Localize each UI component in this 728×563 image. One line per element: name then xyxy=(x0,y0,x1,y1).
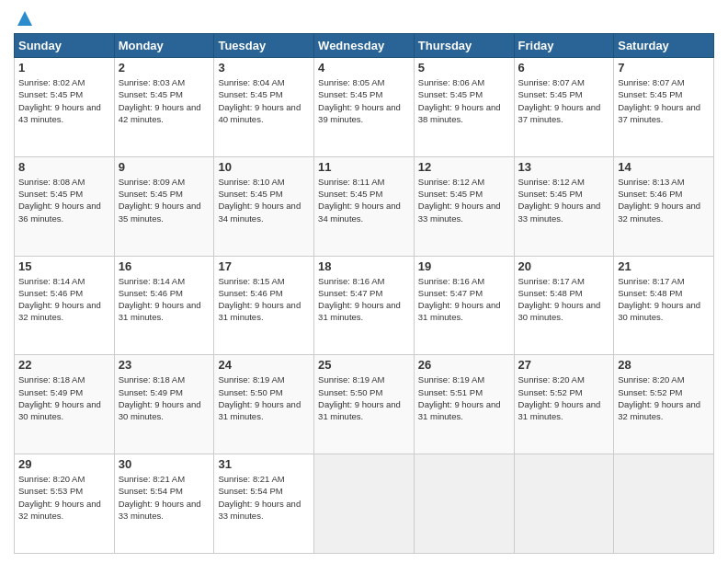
day-number: 29 xyxy=(18,457,110,471)
sunrise-label: Sunrise: 8:18 AM xyxy=(18,374,85,385)
daylight-label: Daylight: 9 hours and 30 minutes. xyxy=(618,300,700,322)
page: SundayMondayTuesdayWednesdayThursdayFrid… xyxy=(0,0,728,563)
sunrise-label: Sunrise: 8:07 AM xyxy=(618,77,684,87)
calendar-cell: 13Sunrise: 8:12 AMSunset: 5:45 PMDayligh… xyxy=(514,156,614,256)
calendar-cell: 31Sunrise: 8:21 AMSunset: 5:54 PMDayligh… xyxy=(214,454,314,554)
day-content: Sunrise: 8:07 AMSunset: 5:45 PMDaylight:… xyxy=(618,76,710,125)
calendar-cell: 15Sunrise: 8:14 AMSunset: 5:46 PMDayligh… xyxy=(15,256,115,355)
sunrise-label: Sunrise: 8:14 AM xyxy=(119,276,185,286)
day-content: Sunrise: 8:05 AMSunset: 5:45 PMDaylight:… xyxy=(318,76,410,125)
calendar-cell: 6Sunrise: 8:07 AMSunset: 5:45 PMDaylight… xyxy=(514,58,614,157)
sunset-label: Sunset: 5:46 PM xyxy=(218,288,282,298)
logo xyxy=(14,9,34,28)
calendar-cell: 14Sunrise: 8:13 AMSunset: 5:46 PMDayligh… xyxy=(614,156,714,256)
day-number: 27 xyxy=(518,358,610,372)
calendar-cell: 17Sunrise: 8:15 AMSunset: 5:46 PMDayligh… xyxy=(214,256,314,355)
sunset-label: Sunset: 5:45 PM xyxy=(119,189,183,199)
sunrise-label: Sunrise: 8:18 AM xyxy=(119,374,185,385)
day-content: Sunrise: 8:12 AMSunset: 5:45 PMDaylight:… xyxy=(418,176,510,224)
calendar-cell xyxy=(314,454,415,554)
sunrise-label: Sunrise: 8:03 AM xyxy=(119,77,185,87)
calendar-cell xyxy=(614,454,714,554)
day-content: Sunrise: 8:09 AMSunset: 5:45 PMDaylight:… xyxy=(119,176,210,224)
day-number: 30 xyxy=(119,457,210,471)
sunset-label: Sunset: 5:45 PM xyxy=(218,89,282,99)
day-number: 25 xyxy=(318,358,410,372)
daylight-label: Daylight: 9 hours and 37 minutes. xyxy=(518,102,601,124)
daylight-label: Daylight: 9 hours and 33 minutes. xyxy=(518,201,601,223)
calendar-cell: 1Sunrise: 8:02 AMSunset: 5:45 PMDaylight… xyxy=(15,58,115,157)
sunset-label: Sunset: 5:48 PM xyxy=(618,288,682,298)
daylight-label: Daylight: 9 hours and 30 minutes. xyxy=(518,300,601,322)
calendar-cell: 12Sunrise: 8:12 AMSunset: 5:45 PMDayligh… xyxy=(414,156,514,256)
calendar-week-4: 22Sunrise: 8:18 AMSunset: 5:49 PMDayligh… xyxy=(15,355,714,454)
daylight-label: Daylight: 9 hours and 37 minutes. xyxy=(618,102,700,124)
sunrise-label: Sunrise: 8:17 AM xyxy=(618,276,684,286)
day-content: Sunrise: 8:20 AMSunset: 5:52 PMDaylight:… xyxy=(518,373,610,422)
sunset-label: Sunset: 5:45 PM xyxy=(418,189,483,199)
day-content: Sunrise: 8:07 AMSunset: 5:45 PMDaylight:… xyxy=(518,76,610,125)
day-content: Sunrise: 8:20 AMSunset: 5:53 PMDaylight:… xyxy=(18,473,110,522)
sunset-label: Sunset: 5:45 PM xyxy=(18,189,83,199)
sunset-label: Sunset: 5:45 PM xyxy=(418,89,483,99)
daylight-label: Daylight: 9 hours and 31 minutes. xyxy=(418,399,501,421)
sunset-label: Sunset: 5:50 PM xyxy=(318,387,382,397)
day-header-wednesday: Wednesday xyxy=(314,34,415,58)
calendar-cell: 20Sunrise: 8:17 AMSunset: 5:48 PMDayligh… xyxy=(514,256,614,355)
sunset-label: Sunset: 5:46 PM xyxy=(618,189,682,199)
daylight-label: Daylight: 9 hours and 31 minutes. xyxy=(518,399,601,421)
calendar-header-row: SundayMondayTuesdayWednesdayThursdayFrid… xyxy=(15,34,714,58)
day-number: 1 xyxy=(18,61,110,75)
calendar-cell: 10Sunrise: 8:10 AMSunset: 5:45 PMDayligh… xyxy=(214,156,314,256)
sunset-label: Sunset: 5:45 PM xyxy=(18,89,83,99)
sunset-label: Sunset: 5:45 PM xyxy=(518,189,583,199)
day-content: Sunrise: 8:13 AMSunset: 5:46 PMDaylight:… xyxy=(618,176,710,224)
day-content: Sunrise: 8:02 AMSunset: 5:45 PMDaylight:… xyxy=(18,76,110,125)
sunset-label: Sunset: 5:46 PM xyxy=(119,288,183,298)
day-header-tuesday: Tuesday xyxy=(214,34,314,58)
calendar-cell: 2Sunrise: 8:03 AMSunset: 5:45 PMDaylight… xyxy=(114,58,214,157)
sunset-label: Sunset: 5:45 PM xyxy=(318,89,382,99)
day-content: Sunrise: 8:19 AMSunset: 5:51 PMDaylight:… xyxy=(418,373,510,422)
calendar-week-3: 15Sunrise: 8:14 AMSunset: 5:46 PMDayligh… xyxy=(15,256,714,355)
day-content: Sunrise: 8:21 AMSunset: 5:54 PMDaylight:… xyxy=(218,473,310,522)
sunrise-label: Sunrise: 8:20 AM xyxy=(518,374,585,385)
daylight-label: Daylight: 9 hours and 38 minutes. xyxy=(418,102,501,124)
day-header-friday: Friday xyxy=(514,34,614,58)
sunrise-label: Sunrise: 8:19 AM xyxy=(418,374,484,385)
daylight-label: Daylight: 9 hours and 39 minutes. xyxy=(318,102,401,124)
day-number: 3 xyxy=(218,61,310,75)
sunrise-label: Sunrise: 8:20 AM xyxy=(18,474,85,484)
sunrise-label: Sunrise: 8:19 AM xyxy=(218,374,284,385)
daylight-label: Daylight: 9 hours and 32 minutes. xyxy=(18,300,101,322)
sunset-label: Sunset: 5:52 PM xyxy=(518,387,583,397)
day-content: Sunrise: 8:11 AMSunset: 5:45 PMDaylight:… xyxy=(318,176,410,224)
calendar-cell: 8Sunrise: 8:08 AMSunset: 5:45 PMDaylight… xyxy=(15,156,115,256)
day-number: 19 xyxy=(418,259,510,273)
sunset-label: Sunset: 5:48 PM xyxy=(518,288,583,298)
calendar-cell: 3Sunrise: 8:04 AMSunset: 5:45 PMDaylight… xyxy=(214,58,314,157)
sunset-label: Sunset: 5:46 PM xyxy=(18,288,83,298)
daylight-label: Daylight: 9 hours and 31 minutes. xyxy=(218,300,301,322)
calendar-cell: 27Sunrise: 8:20 AMSunset: 5:52 PMDayligh… xyxy=(514,355,614,454)
day-number: 18 xyxy=(318,259,410,273)
day-number: 16 xyxy=(119,259,210,273)
calendar-cell: 21Sunrise: 8:17 AMSunset: 5:48 PMDayligh… xyxy=(614,256,714,355)
calendar: SundayMondayTuesdayWednesdayThursdayFrid… xyxy=(14,33,714,554)
sunrise-label: Sunrise: 8:19 AM xyxy=(318,374,384,385)
day-header-saturday: Saturday xyxy=(614,34,714,58)
daylight-label: Daylight: 9 hours and 33 minutes. xyxy=(418,201,501,223)
day-number: 9 xyxy=(119,160,210,174)
logo-arrow-icon xyxy=(16,9,34,28)
sunset-label: Sunset: 5:54 PM xyxy=(119,486,183,496)
daylight-label: Daylight: 9 hours and 34 minutes. xyxy=(218,201,301,223)
calendar-cell xyxy=(414,454,514,554)
sunrise-label: Sunrise: 8:12 AM xyxy=(418,177,484,187)
sunrise-label: Sunrise: 8:12 AM xyxy=(518,177,585,187)
sunrise-label: Sunrise: 8:21 AM xyxy=(119,474,185,484)
calendar-cell: 30Sunrise: 8:21 AMSunset: 5:54 PMDayligh… xyxy=(114,454,214,554)
day-content: Sunrise: 8:20 AMSunset: 5:52 PMDaylight:… xyxy=(618,373,710,422)
day-content: Sunrise: 8:04 AMSunset: 5:45 PMDaylight:… xyxy=(218,76,310,125)
daylight-label: Daylight: 9 hours and 33 minutes. xyxy=(119,499,201,521)
daylight-label: Daylight: 9 hours and 31 minutes. xyxy=(218,399,301,421)
